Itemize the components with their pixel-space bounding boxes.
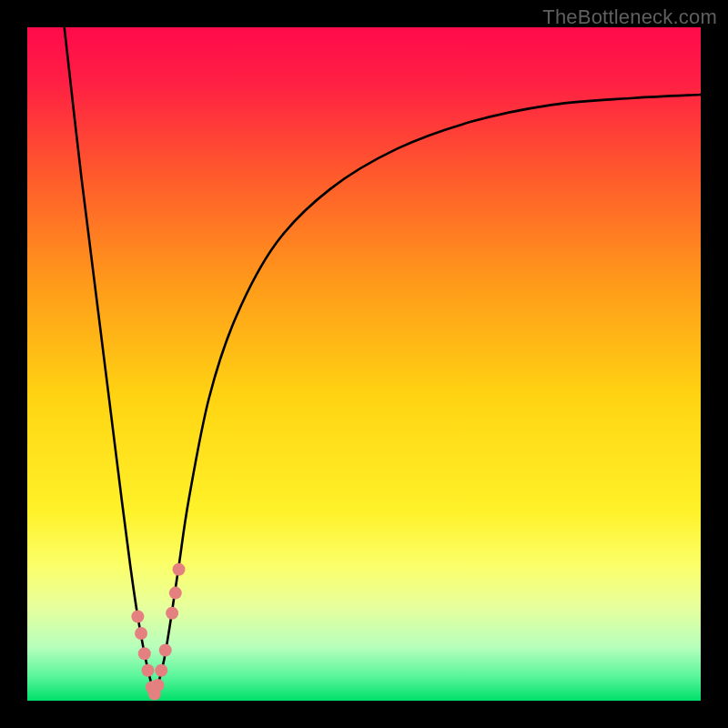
marker-dot bbox=[166, 607, 178, 620]
marker-dot bbox=[131, 611, 144, 623]
marker-dot bbox=[152, 679, 165, 692]
marker-dot bbox=[138, 647, 151, 660]
marker-dot bbox=[173, 563, 186, 576]
chart-frame: TheBottleneck.com bbox=[0, 0, 728, 728]
marker-dot bbox=[155, 664, 167, 677]
marker-dot bbox=[159, 644, 172, 657]
plot-area bbox=[27, 27, 701, 701]
marker-dot bbox=[169, 587, 182, 600]
curve-layer bbox=[27, 27, 701, 701]
watermark-text: TheBottleneck.com bbox=[542, 5, 717, 29]
marker-dot bbox=[141, 664, 154, 677]
marker-dot bbox=[135, 627, 147, 640]
bottleneck-curve bbox=[65, 27, 701, 694]
